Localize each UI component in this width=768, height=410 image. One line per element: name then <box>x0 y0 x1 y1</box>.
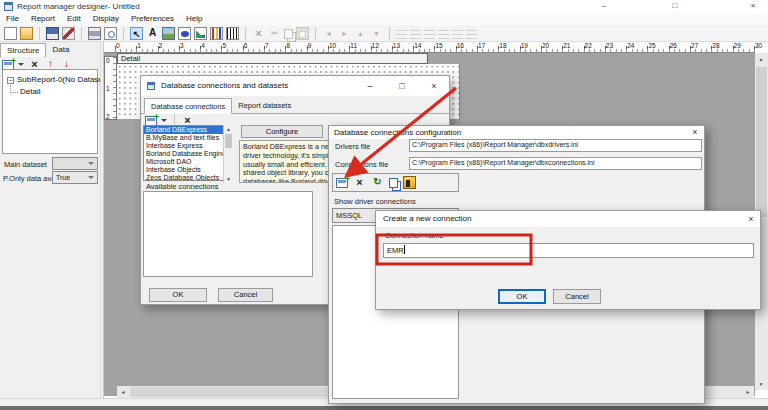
dialog-tab[interactable]: Report datasets <box>232 98 297 113</box>
ruler-number: 27 <box>690 42 711 50</box>
drivers-file-value: C:\Program Files (x86)\Report Manager\db… <box>409 139 702 152</box>
delete-connection-icon[interactable] <box>353 176 366 189</box>
minimize-icon[interactable]: – <box>596 0 612 12</box>
add-connection-icon[interactable] <box>336 178 348 188</box>
dialog-tabs: Database connectionsReport datasets <box>141 98 449 114</box>
minimize-icon[interactable]: – <box>363 76 377 96</box>
menu-item[interactable]: Preferences <box>125 13 180 25</box>
close-icon[interactable]: × <box>744 211 758 227</box>
driver-list-item[interactable]: Borland Database Engine <box>144 150 232 158</box>
main-dataset-combobox[interactable] <box>52 157 98 170</box>
ok-button[interactable]: OK <box>149 288 207 302</box>
ruler-number: 21 <box>562 42 583 50</box>
driver-list-item[interactable]: Zeos Database Objects <box>144 174 232 181</box>
close-icon[interactable]: × <box>745 0 761 12</box>
tree-expand-icon[interactable]: − <box>7 77 14 84</box>
main-dataset-label: Main dataset <box>4 160 47 169</box>
menu-item[interactable]: Display <box>87 13 125 25</box>
vertical-scroll-thumb[interactable] <box>756 67 767 217</box>
scroll-right-icon[interactable]: ► <box>742 386 754 398</box>
configure-button[interactable]: Configure <box>241 125 323 138</box>
available-connections-list[interactable] <box>143 191 313 277</box>
separator[interactable] <box>81 27 82 40</box>
menu-item[interactable]: Report <box>25 13 61 25</box>
maximize-icon[interactable]: □ <box>395 76 409 96</box>
menu-bar: FileReportEditDisplayPreferencesHelp <box>0 13 768 25</box>
settings-icon[interactable] <box>62 27 75 40</box>
dialog-icon <box>147 82 155 90</box>
maximize-icon[interactable]: □ <box>667 0 683 12</box>
scroll-up-icon[interactable]: ▲ <box>224 125 233 133</box>
tree-root-subreport[interactable]: SubReport-0(No Dataset) <box>17 75 108 84</box>
driver-list-item[interactable]: B.MyBase and text files <box>144 134 232 142</box>
delete-icon[interactable] <box>252 27 265 40</box>
select-cursor-icon[interactable] <box>130 27 143 40</box>
new-file-icon[interactable] <box>4 27 17 40</box>
close-icon[interactable]: × <box>427 76 441 96</box>
open-file-icon[interactable] <box>20 27 33 40</box>
copy-connection-icon[interactable] <box>389 178 398 188</box>
move-up-icon[interactable] <box>354 27 367 40</box>
separator[interactable] <box>123 27 124 40</box>
connection-name-input[interactable]: EMR <box>383 243 754 258</box>
scroll-left-icon[interactable]: ◄ <box>117 386 129 398</box>
tree-child-detail[interactable]: Detail <box>20 87 40 96</box>
shape-icon[interactable] <box>178 27 191 40</box>
chart-icon[interactable] <box>194 27 207 40</box>
separator[interactable] <box>245 27 246 40</box>
text-label-icon[interactable] <box>146 27 159 40</box>
separator[interactable] <box>389 27 390 40</box>
same-width-icon[interactable] <box>452 28 463 39</box>
detail-band-header[interactable]: Detail <box>117 53 428 64</box>
refresh-icon[interactable] <box>371 176 384 189</box>
cut-icon[interactable] <box>268 27 281 40</box>
align-right-icon[interactable] <box>410 28 421 39</box>
driver-list-item[interactable]: Interbase Express <box>144 142 232 150</box>
scroll-thumb[interactable] <box>225 134 232 148</box>
menu-item[interactable]: File <box>0 13 25 25</box>
connections-file-label: Connections file <box>335 160 388 169</box>
separator[interactable] <box>39 27 40 40</box>
exit-icon[interactable] <box>403 176 416 189</box>
move-down-icon[interactable] <box>370 27 383 40</box>
scroll-down-icon[interactable]: ▼ <box>224 175 233 183</box>
same-height-icon[interactable] <box>466 28 477 39</box>
ruler-number: 13 <box>392 42 413 50</box>
ruler-number: 5 <box>221 42 242 50</box>
move-right-icon[interactable] <box>338 27 351 40</box>
ruler-number: 20 <box>541 42 562 50</box>
print-icon[interactable] <box>88 27 101 40</box>
image-icon[interactable] <box>162 27 175 40</box>
menu-item[interactable]: Edit <box>61 13 87 25</box>
cancel-button[interactable]: Cancel <box>218 288 273 302</box>
driver-list-item[interactable]: Borland DBExpress <box>144 126 232 134</box>
driver-list-item[interactable]: Microsoft DAO <box>144 158 232 166</box>
copy-icon[interactable] <box>284 29 293 39</box>
close-icon[interactable]: × <box>688 126 702 139</box>
ruler-number: 3 <box>179 42 200 50</box>
move-left-icon[interactable] <box>322 27 335 40</box>
barcode-icon[interactable] <box>226 27 239 40</box>
bars-icon[interactable] <box>210 27 223 40</box>
driver-list-item[interactable]: Interbase Objects <box>144 166 232 174</box>
ruler-number: 19 <box>520 42 541 50</box>
scroll-up-icon[interactable]: ▲ <box>755 53 767 65</box>
dialog-titlebar: Database connections configuration × <box>329 126 704 139</box>
align-bottom-icon[interactable] <box>438 28 449 39</box>
driver-list-scrollbar[interactable]: ▲ ▼ <box>223 125 233 183</box>
ruler-number: 12 <box>371 42 392 50</box>
ponly-data-avail-combobox[interactable]: True <box>52 171 98 184</box>
align-top-icon[interactable] <box>424 28 435 39</box>
ok-button[interactable]: OK <box>498 289 546 304</box>
cancel-button[interactable]: Cancel <box>553 289 601 304</box>
left-panel-tab[interactable]: Structure <box>0 43 46 57</box>
align-left-icon[interactable] <box>396 28 407 39</box>
print-preview-icon[interactable] <box>104 27 117 40</box>
left-panel-tab[interactable]: Data <box>46 43 75 57</box>
driver-list: Borland DBExpressB.MyBase and text files… <box>143 125 233 181</box>
save-icon[interactable] <box>46 27 59 40</box>
scroll-down-icon[interactable]: ▼ <box>755 378 767 390</box>
paste-icon[interactable] <box>296 27 309 40</box>
separator[interactable] <box>315 27 316 40</box>
menu-item[interactable]: Help <box>180 13 208 25</box>
